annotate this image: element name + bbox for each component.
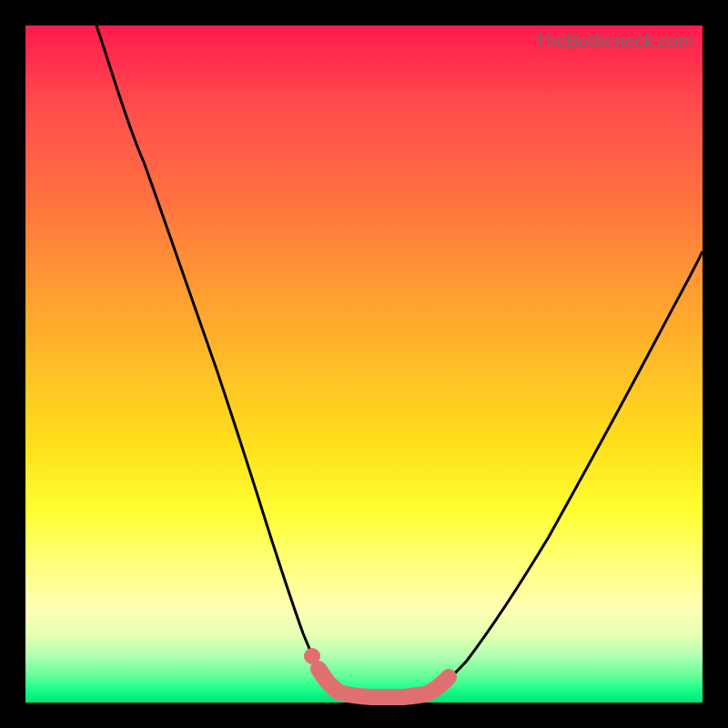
salmon-valley xyxy=(318,669,449,697)
curve-right xyxy=(426,251,703,696)
curve-left xyxy=(96,25,353,696)
salmon-dot-left xyxy=(304,648,320,664)
plot-area: TheBottleneck.com xyxy=(25,25,703,703)
outer-frame: TheBottleneck.com xyxy=(0,0,728,728)
chart-svg xyxy=(25,25,703,703)
